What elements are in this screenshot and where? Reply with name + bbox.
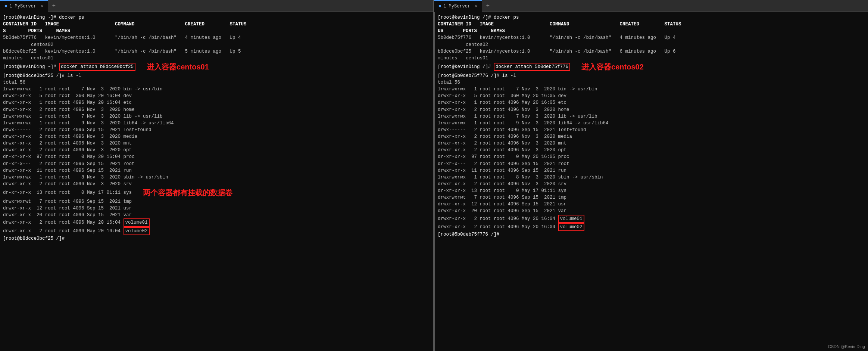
terminal-line: drwxr-xr-x 11 root root 4096 Sep 15 2021… xyxy=(438,167,865,174)
terminal-line: drwxr-xr-x 20 root root 4096 Sep 15 2021… xyxy=(438,208,865,214)
terminal-line: dr-xr-xr-x 97 root root 0 May 20 16:04 p… xyxy=(3,153,430,160)
terminal-line: drwx------ 2 root root 4096 Sep 15 2021 … xyxy=(3,127,430,133)
terminal-line: dr-xr-x--- 2 root root 4096 Sep 15 2021 … xyxy=(438,161,865,167)
tab-close-right[interactable]: ✕ xyxy=(475,3,477,9)
terminal-line: lrwxrwxrwx 1 root root 9 Nov 3 2020 lib6… xyxy=(3,120,430,127)
terminal-line: drwxr-xr-x 11 root root 4096 Sep 15 2021… xyxy=(3,167,430,174)
terminal-line: drwxrwxrwt 7 root root 4096 Sep 15 2021 … xyxy=(3,198,430,205)
terminal-line: total 56 xyxy=(3,79,430,86)
volume-name: volume02 xyxy=(124,227,150,235)
terminal-volume-line: drwxr-xr-x 2 root root 4096 May 20 16:04… xyxy=(438,215,865,223)
terminal-line: drwxr-xr-x 2 root root 4096 Nov 3 2020 h… xyxy=(438,106,865,113)
terminal-header-line: CONTAINER ID IMAGE COMMAND CREATED STATU… xyxy=(3,21,430,28)
terminal-line: [root@kevinDing /]# docker ps xyxy=(438,14,865,21)
terminal-line: drwxr-xr-x 1 root root 4096 May 20 16:05… xyxy=(438,99,865,106)
terminal-line: minutes centos01 xyxy=(438,55,865,62)
terminal-line: drwxr-xr-x 2 root root 4096 Nov 3 2020 m… xyxy=(438,133,865,140)
prompt-text: [root@kevinDing /]# xyxy=(438,63,494,70)
volume-name: volume01 xyxy=(558,215,584,223)
annotation-text: 进入容器centos02 xyxy=(581,62,644,72)
tab-close-left[interactable]: ✕ xyxy=(41,3,43,9)
terminal-line: drwxr-xr-x 2 root root 4096 Nov 3 2020 o… xyxy=(438,147,865,153)
tab-left-label: 1 MyServer xyxy=(9,4,36,9)
terminal-line: drwxr-xr-x 12 root root 4096 Sep 15 2021… xyxy=(3,205,430,212)
annotation-text: 两个容器都有挂载的数据卷 xyxy=(143,187,232,198)
terminal-line: [root@5b0deb75f776 /]# xyxy=(438,231,865,238)
terminal-line: dr-xr-xr-x 13 root root 0 May 17 01:11 s… xyxy=(438,187,865,194)
terminal-line: drwxr-xr-x 2 root root 4096 Nov 3 2020 o… xyxy=(3,147,430,153)
line-text: dr-xr-xr-x 13 root root 0 May 17 01:11 s… xyxy=(3,189,132,196)
terminal-header-line: S PORTS NAMES xyxy=(3,28,430,34)
server-icon-left: ■ xyxy=(4,4,7,9)
tab-bar-container: ■ 1 MyServer ✕ + ■ 1 MyServer ✕ + xyxy=(0,0,868,12)
terminal-header-line: US PORTS NAMES xyxy=(438,28,865,34)
tab-left[interactable]: ■ 1 MyServer ✕ xyxy=(0,0,48,12)
terminal-volume-line: drwxr-xr-x 2 root root 4096 May 20 16:04… xyxy=(3,218,430,227)
terminal-left[interactable]: [root@kevinDing ~]# docker psCONTAINER I… xyxy=(0,12,433,351)
terminal-line: lrwxrwxrwx 1 root root 8 Nov 3 2020 sbin… xyxy=(438,174,865,181)
terminal-annotated-line: dr-xr-xr-x 13 root root 0 May 17 01:11 s… xyxy=(3,187,430,198)
terminal-line: drwxr-xr-x 5 root root 360 May 20 16:04 … xyxy=(3,93,430,99)
terminal-line: minutes centos01 xyxy=(3,55,430,62)
annotation-text: 进入容器centos01 xyxy=(147,62,209,72)
tab-plus-right[interactable]: + xyxy=(482,3,493,9)
terminal-line: drwxr-xr-x 2 root root 4096 Nov 3 2020 m… xyxy=(438,140,865,147)
terminal-line: drwxr-xr-x 2 root root 4096 Nov 3 2020 m… xyxy=(3,140,430,147)
terminal-line: drwxr-xr-x 1 root root 4096 May 20 16:04… xyxy=(3,99,430,106)
command-text: docker attach b8dcce0bcf25 xyxy=(59,63,135,71)
terminal-line: [root@5b0deb75f776 /]# ls -l xyxy=(438,72,865,79)
line-text: drwxr-xr-x 2 root root 4096 May 20 16:04 xyxy=(3,219,124,226)
terminal-line: lrwxrwxrwx 1 root root 8 Nov 3 2020 sbin… xyxy=(3,174,430,181)
terminal-line: lrwxrwxrwx 1 root root 7 Nov 3 2020 lib … xyxy=(3,113,430,120)
server-icon-right: ■ xyxy=(438,4,441,9)
terminal-line: drwxrwxrwt 7 root root 4096 Sep 15 2021 … xyxy=(438,194,865,201)
tab-right-label: 1 MyServer xyxy=(443,4,470,9)
terminal-line: 5b0deb75f776 kevin/mycentos:1.0 "/bin/sh… xyxy=(3,34,430,41)
terminal-line: lrwxrwxrwx 1 root root 7 Nov 3 2020 lib … xyxy=(438,113,865,120)
terminal-line: b8dcce0bcf25 kevin/mycentos:1.0 "/bin/sh… xyxy=(3,48,430,55)
terminal-line: [root@b8dcce0bcf25 /]# xyxy=(3,235,430,242)
command-text: docker attach 5b0deb75f776 xyxy=(494,63,570,71)
terminal-line: drwxr-xr-x 2 root root 4096 Nov 3 2020 s… xyxy=(3,181,430,187)
prompt-text: [root@kevinDing ~]# xyxy=(3,63,59,70)
terminal-line: lrwxrwxrwx 1 root root 7 Nov 3 2020 bin … xyxy=(3,86,430,93)
terminal-line: drwxr-xr-x 20 root root 4096 Sep 15 2021… xyxy=(3,212,430,218)
watermark: CSDN @Kevin-Ding xyxy=(828,344,865,349)
line-text: drwxr-xr-x 2 root root 4096 May 20 16:04 xyxy=(3,228,124,234)
terminal-command-line: [root@kevinDing ~]# docker attach b8dcce… xyxy=(3,62,430,72)
terminal-line: centos02 xyxy=(3,41,430,48)
line-text: drwxr-xr-x 2 root root 4096 May 20 16:04 xyxy=(438,224,558,230)
terminal-right[interactable]: [root@kevinDing /]# docker psCONTAINER I… xyxy=(435,12,868,351)
terminal-line: 5b0deb75f776 kevin/mycentos:1.0 "/bin/sh… xyxy=(438,34,865,41)
terminal-line: [root@b8dcce0bcf25 /]# ls -l xyxy=(3,72,430,79)
terminal-volume-line: drwxr-xr-x 2 root root 4096 May 20 16:04… xyxy=(438,223,865,231)
terminal-line: dr-xr-xr-x 97 root root 0 May 20 16:05 p… xyxy=(438,153,865,160)
terminal-line: [root@kevinDing ~]# docker ps xyxy=(3,14,430,21)
terminal-volume-line: drwxr-xr-x 2 root root 4096 May 20 16:04… xyxy=(3,227,430,235)
tab-plus-left[interactable]: + xyxy=(48,3,59,9)
tab-right[interactable]: ■ 1 MyServer ✕ xyxy=(434,0,482,12)
terminal-line: dr-xr-x--- 2 root root 4096 Sep 15 2021 … xyxy=(3,161,430,167)
terminal-line: drwx------ 2 root root 4096 Sep 15 2021 … xyxy=(438,127,865,133)
terminal-command-line: [root@kevinDing /]# docker attach 5b0deb… xyxy=(438,62,865,72)
terminal-line: centos02 xyxy=(438,41,865,48)
volume-name: volume02 xyxy=(558,223,584,231)
line-text: drwxr-xr-x 2 root root 4096 May 20 16:04 xyxy=(438,215,558,222)
terminal-line: drwxr-xr-x 5 root root 360 May 20 16:05 … xyxy=(438,93,865,99)
terminal-line: b8dcce0bcf25 kevin/mycentos:1.0 "/bin/sh… xyxy=(438,48,865,55)
terminal-header-line: CONTAINER ID IMAGE COMMAND CREATED STATU… xyxy=(438,21,865,28)
volume-name: volume01 xyxy=(124,218,150,227)
terminal-line: drwxr-xr-x 12 root root 4096 Sep 15 2021… xyxy=(438,201,865,208)
terminal-line: drwxr-xr-x 2 root root 4096 Nov 3 2020 h… xyxy=(3,106,430,113)
terminal-line: lrwxrwxrwx 1 root root 9 Nov 3 2020 lib6… xyxy=(438,120,865,127)
terminal-line: drwxr-xr-x 2 root root 4096 Nov 3 2020 s… xyxy=(438,181,865,187)
terminal-line: lrwxrwxrwx 1 root root 7 Nov 3 2020 bin … xyxy=(438,86,865,93)
terminal-line: drwxr-xr-x 2 root root 4096 Nov 3 2020 m… xyxy=(3,133,430,140)
terminal-line: total 56 xyxy=(438,79,865,86)
